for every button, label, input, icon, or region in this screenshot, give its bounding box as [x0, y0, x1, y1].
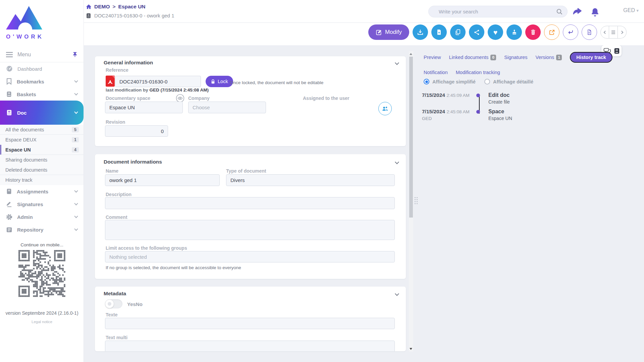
- panes-button[interactable]: [609, 26, 618, 39]
- sidebar-item-assignments[interactable]: Assignments: [0, 185, 84, 198]
- gear-icon: [6, 214, 12, 220]
- account-menu[interactable]: GED ▾: [623, 7, 639, 13]
- copy-button[interactable]: [450, 24, 466, 40]
- sidebar-item-sharing-documents[interactable]: Sharing documents: [0, 155, 84, 165]
- sidebar-item-label: Signatures: [17, 201, 75, 207]
- documentary-space-input[interactable]: [105, 102, 183, 113]
- delete-button[interactable]: [525, 24, 541, 40]
- document-informations-card: Document informations Name Type of docum…: [95, 154, 406, 279]
- description-input[interactable]: [105, 197, 395, 209]
- favorite-button[interactable]: ♥: [488, 24, 503, 40]
- doc-book-icon: [6, 109, 12, 116]
- name-input[interactable]: [105, 174, 220, 186]
- card-title: Metadata: [104, 291, 126, 297]
- sidebar-item-signatures[interactable]: Signatures: [0, 198, 84, 210]
- assign-users-button[interactable]: [378, 102, 392, 115]
- type-input[interactable]: [226, 174, 395, 186]
- collapse-icon[interactable]: [395, 61, 399, 65]
- sidebar-item-dashboard[interactable]: Dashboard: [0, 62, 84, 75]
- scrollbar-thumb[interactable]: [409, 57, 413, 218]
- documentary-space-label: Documentary space: [106, 96, 150, 101]
- download-icon: [417, 29, 424, 36]
- chevron-down-icon: [74, 92, 78, 95]
- account-label: GED: [623, 7, 635, 13]
- sidebar-item-all-documents[interactable]: All the documents 5: [0, 125, 84, 135]
- users-icon: [381, 106, 389, 112]
- main-content: General information Reference Lock Once …: [84, 45, 644, 362]
- collapse-left-button[interactable]: [600, 26, 609, 39]
- brand-logo: O'WORK: [0, 0, 84, 47]
- document-title: DOC240715-01630-0 - owork ged 1: [94, 13, 174, 18]
- card-title: General information: [104, 60, 153, 66]
- sidebar-item-bookmarks[interactable]: Bookmarks: [0, 75, 84, 88]
- tab-linked-documents[interactable]: Linked documents0: [449, 52, 496, 63]
- tab-badge: 1: [556, 55, 562, 60]
- card-title: Document informations: [104, 159, 162, 165]
- menu-label: Menu: [17, 52, 72, 58]
- bell-icon[interactable]: [590, 7, 600, 17]
- tab-history-track[interactable]: History track: [570, 52, 612, 63]
- modify-button[interactable]: Modify: [368, 24, 409, 40]
- history-detail: Espace UN: [488, 116, 610, 121]
- scrollbar[interactable]: [409, 51, 413, 352]
- history-entry: 7/15/2024 2:45:09 AM Edit doc Create fil…: [422, 92, 610, 105]
- history-user: GED: [422, 116, 475, 121]
- stamp-button[interactable]: [506, 24, 522, 40]
- sidebar-item-baskets[interactable]: Baskets: [0, 88, 84, 101]
- yesno-toggle[interactable]: [105, 299, 122, 308]
- search-input[interactable]: [439, 9, 556, 14]
- return-button[interactable]: [563, 24, 578, 40]
- scroll-up-arrow[interactable]: [410, 53, 412, 55]
- reference-input[interactable]: [115, 76, 201, 87]
- collapse-icon[interactable]: [395, 292, 399, 296]
- comment-label: Comment: [106, 215, 127, 220]
- breadcrumb-home[interactable]: DEMO: [94, 4, 110, 10]
- tab-versions[interactable]: Versions1: [536, 52, 562, 63]
- sidebar-item-repository[interactable]: Repository: [0, 223, 84, 236]
- history-timeline: 7/15/2024 2:45:09 AM Edit doc Create fil…: [422, 92, 610, 125]
- radio-affichage-detaille[interactable]: Affichage détaillé: [484, 79, 533, 84]
- download-button[interactable]: [413, 24, 428, 40]
- texte-input[interactable]: [105, 318, 395, 329]
- share-button[interactable]: [469, 24, 484, 40]
- tab-modification-tracking[interactable]: Modification tracking: [456, 67, 500, 77]
- file-upload-icon: [436, 29, 442, 36]
- tab-notification[interactable]: Notification: [424, 67, 448, 77]
- sidebar-item-doc[interactable]: Doc: [0, 101, 84, 125]
- upload-version-button[interactable]: [431, 24, 447, 40]
- sidebar-item-espace-un[interactable]: Espace UN 4: [0, 145, 84, 155]
- revision-input[interactable]: [105, 125, 168, 137]
- home-icon[interactable]: [86, 4, 92, 9]
- tab-signatures[interactable]: Signatures: [504, 52, 527, 62]
- sidebar-item-espace-deux[interactable]: Espace DEUX 1: [0, 135, 84, 145]
- company-input[interactable]: [188, 102, 266, 113]
- sidebar-item-history-track[interactable]: History track: [0, 175, 84, 185]
- open-external-button[interactable]: [544, 24, 559, 40]
- text-multi-input[interactable]: [105, 341, 395, 351]
- hamburger-icon[interactable]: [6, 52, 13, 57]
- collapse-icon[interactable]: [395, 160, 399, 164]
- search-icon[interactable]: [556, 9, 562, 15]
- groups-select[interactable]: [105, 251, 395, 262]
- pin-icon[interactable]: [72, 52, 77, 58]
- qr-code: [18, 250, 65, 297]
- breadcrumb-current[interactable]: Espace UN: [118, 4, 146, 10]
- chevron-left-icon: [604, 31, 607, 34]
- pencil-square-icon: [376, 29, 382, 36]
- tab-preview[interactable]: Preview: [424, 52, 441, 62]
- sidebar-item-label: Doc: [17, 110, 75, 116]
- comment-input[interactable]: [105, 220, 395, 240]
- count-badge: 1: [72, 137, 79, 142]
- lock-button[interactable]: Lock: [206, 76, 233, 87]
- scroll-down-arrow[interactable]: [410, 348, 412, 350]
- collapse-right-button[interactable]: [618, 26, 627, 39]
- sidebar-item-admin[interactable]: Admin: [0, 210, 84, 223]
- panel-resize-handle[interactable]: [415, 197, 418, 204]
- sidebar-item-deleted-documents[interactable]: Deleted documents: [0, 165, 84, 175]
- document-view-button[interactable]: [582, 24, 597, 40]
- share-nodes-icon: [474, 29, 480, 36]
- legal-notice-link[interactable]: Legal notice: [0, 320, 84, 324]
- forward-share-icon[interactable]: [572, 7, 583, 16]
- radio-affichage-simplifie[interactable]: Affichage simplifié: [424, 79, 476, 84]
- metadata-card: Metadata YesNo Texte Text multi: [95, 287, 406, 351]
